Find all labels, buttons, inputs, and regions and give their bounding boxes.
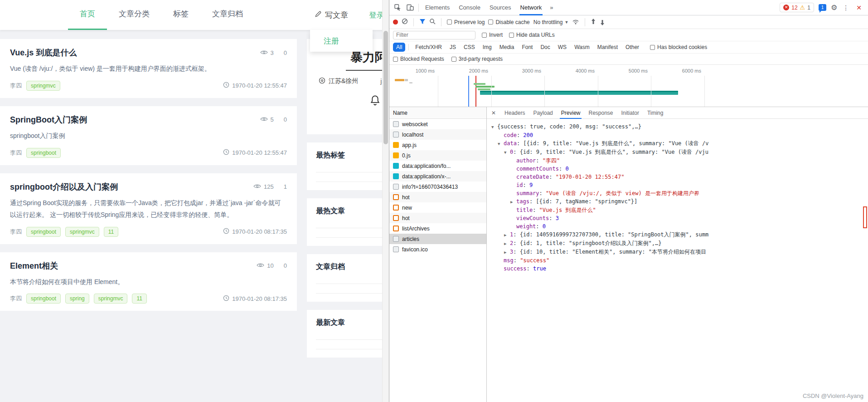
expanded-arrow-icon[interactable]: ▼ bbox=[491, 123, 497, 131]
collapsed-arrow-icon[interactable]: ▶ bbox=[504, 231, 510, 239]
article-tag[interactable]: spring bbox=[65, 294, 89, 304]
request-row[interactable]: 0.js bbox=[389, 150, 486, 161]
tab-console[interactable]: Console bbox=[454, 0, 485, 15]
export-har-icon[interactable] bbox=[600, 18, 605, 26]
request-row[interactable]: localhost bbox=[389, 129, 486, 140]
close-detail-icon[interactable]: ✕ bbox=[487, 110, 500, 116]
article-tag[interactable]: 11 bbox=[104, 227, 118, 237]
close-devtools-icon[interactable]: ✕ bbox=[854, 4, 863, 11]
collapsed-arrow-icon[interactable]: ▶ bbox=[504, 248, 510, 256]
request-row[interactable]: data:application/fo... bbox=[389, 161, 486, 171]
article-tag[interactable]: springmvc bbox=[65, 227, 99, 237]
collapsed-arrow-icon[interactable]: ▶ bbox=[510, 198, 516, 206]
request-row[interactable]: favicon.ico bbox=[389, 244, 486, 255]
filter-chip-js[interactable]: JS bbox=[446, 43, 459, 52]
settings-gear-icon[interactable]: ⚙ bbox=[831, 3, 837, 12]
article-title[interactable]: SpringBoot入门案例 bbox=[10, 114, 260, 125]
article-tag[interactable]: springmvc bbox=[26, 81, 60, 91]
device-toolbar-icon[interactable] bbox=[404, 0, 417, 15]
detail-tab-initiator[interactable]: Initiator bbox=[617, 107, 643, 119]
article-tag[interactable]: springmvc bbox=[94, 294, 128, 304]
write-article-button[interactable]: 写文章 bbox=[315, 10, 348, 20]
clear-icon[interactable] bbox=[402, 18, 408, 26]
article-tag[interactable]: springboot bbox=[26, 227, 61, 237]
request-row[interactable]: info?t=1660703436413 bbox=[389, 181, 486, 192]
request-name: data:application/x-... bbox=[402, 173, 451, 180]
collapsed-arrow-icon[interactable]: ▶ bbox=[504, 240, 510, 248]
console-status-badge[interactable]: ✕ 12 ⚠ 1 bbox=[780, 3, 814, 12]
filter-chip-doc[interactable]: Doc bbox=[537, 43, 553, 52]
filter-funnel-icon[interactable] bbox=[419, 19, 426, 26]
article-tag[interactable]: 11 bbox=[132, 294, 146, 304]
detail-tab-payload[interactable]: Payload bbox=[529, 107, 557, 119]
article-title[interactable]: springboot介绍以及入门案例 bbox=[10, 181, 253, 192]
blocked-requests-checkbox[interactable] bbox=[393, 57, 398, 62]
article-tag[interactable]: springboot bbox=[26, 294, 61, 304]
article-title[interactable]: Element相关 bbox=[10, 260, 257, 271]
request-list-header[interactable]: Name bbox=[389, 107, 486, 119]
filter-chip-wasm[interactable]: Wasm bbox=[571, 43, 593, 52]
article-date-group: 1970-01-20 08:17:35 bbox=[223, 295, 287, 303]
filter-input[interactable] bbox=[393, 31, 475, 39]
request-row[interactable]: articles bbox=[389, 234, 486, 244]
filter-chip-other[interactable]: Other bbox=[622, 43, 642, 52]
record-button[interactable] bbox=[393, 20, 398, 25]
kebab-menu-icon[interactable]: ⋮ bbox=[842, 4, 850, 11]
article-tag[interactable]: springboot bbox=[26, 148, 61, 158]
search-icon[interactable] bbox=[429, 18, 436, 26]
request-row[interactable]: new bbox=[389, 202, 486, 213]
filter-chip-ws[interactable]: WS bbox=[555, 43, 570, 52]
detail-tab-preview[interactable]: Preview bbox=[557, 107, 585, 119]
nav-item-2[interactable]: 标签 bbox=[161, 0, 200, 30]
filter-chip-css[interactable]: CSS bbox=[461, 43, 478, 52]
nav-item-3[interactable]: 文章归档 bbox=[200, 0, 255, 30]
json-tree-row: summary: "Vue (读音 /vju:/, 类似于 view) 是一套用… bbox=[489, 189, 868, 197]
import-har-icon[interactable] bbox=[591, 18, 596, 26]
expanded-arrow-icon[interactable]: ▼ bbox=[498, 140, 504, 148]
nav-item-0[interactable]: 首页 bbox=[68, 0, 107, 30]
tab-sources[interactable]: Sources bbox=[485, 0, 516, 15]
article-summary: Vue (读音 /vju:/，类似于 view) 是一套用于构建用户界面的渐进式… bbox=[10, 63, 287, 75]
hide-data-urls-checkbox[interactable] bbox=[509, 33, 514, 38]
filter-chip-fetchxhr[interactable]: Fetch/XHR bbox=[412, 43, 445, 52]
network-conditions-icon[interactable] bbox=[572, 19, 579, 26]
detail-tab-timing[interactable]: Timing bbox=[643, 107, 668, 119]
throttling-select[interactable]: No throttling▼ bbox=[533, 19, 569, 25]
tab-elements[interactable]: Elements bbox=[421, 0, 454, 15]
filter-chip-all[interactable]: All bbox=[393, 43, 405, 52]
expanded-arrow-icon[interactable]: ▼ bbox=[504, 148, 510, 157]
request-row[interactable]: hot bbox=[389, 213, 486, 223]
request-row[interactable]: app.js bbox=[389, 140, 486, 150]
article-card[interactable]: SpringBoot入门案例50springboot入门案例李四springbo… bbox=[0, 106, 297, 165]
request-row[interactable]: hot bbox=[389, 192, 486, 202]
filter-chip-manifest[interactable]: Manifest bbox=[594, 43, 621, 52]
issues-badge[interactable]: 1 bbox=[819, 4, 826, 11]
filter-chip-font[interactable]: Font bbox=[519, 43, 536, 52]
article-card[interactable]: Element相关100本节将介绍如何在项目中使用 Element。李四spri… bbox=[0, 252, 297, 311]
scrollbar-thumb[interactable] bbox=[383, 31, 388, 144]
filter-chip-img[interactable]: Img bbox=[480, 43, 495, 52]
request-row[interactable]: data:application/x-... bbox=[389, 171, 486, 181]
inspect-element-icon[interactable] bbox=[391, 0, 404, 15]
request-row[interactable]: listArchives bbox=[389, 223, 486, 234]
preserve-log-checkbox[interactable] bbox=[447, 20, 452, 25]
invert-checkbox[interactable] bbox=[482, 33, 487, 38]
article-card[interactable]: Vue.js 到底是什么30Vue (读音 /vju:/，类似于 view) 是… bbox=[0, 39, 297, 98]
third-party-checkbox[interactable] bbox=[451, 57, 456, 62]
disable-cache-checkbox[interactable] bbox=[488, 20, 493, 25]
request-row[interactable]: websocket bbox=[389, 119, 486, 129]
nav-item-1[interactable]: 文章分类 bbox=[107, 0, 161, 30]
network-overview-timeline[interactable]: 1000 ms2000 ms3000 ms4000 ms5000 ms6000 … bbox=[389, 65, 868, 107]
tab-network[interactable]: Network bbox=[516, 0, 547, 15]
register-button[interactable]: 注册 bbox=[310, 36, 339, 46]
article-card[interactable]: springboot介绍以及入门案例1251通过Spring Boot实现的服务… bbox=[0, 173, 297, 244]
article-title[interactable]: Vue.js 到底是什么 bbox=[10, 47, 260, 58]
detail-tab-response[interactable]: Response bbox=[584, 107, 617, 119]
blog-scrollbar[interactable] bbox=[382, 0, 389, 402]
filter-chip-media[interactable]: Media bbox=[496, 43, 518, 52]
more-tabs-icon[interactable]: » bbox=[546, 4, 557, 11]
has-blocked-cookies-checkbox[interactable] bbox=[650, 45, 655, 50]
resource-type-chips: AllFetch/XHRJSCSSImgMediaFontDocWSWasmMa… bbox=[389, 41, 868, 54]
bell-icon[interactable] bbox=[369, 100, 381, 108]
detail-tab-headers[interactable]: Headers bbox=[500, 107, 529, 119]
